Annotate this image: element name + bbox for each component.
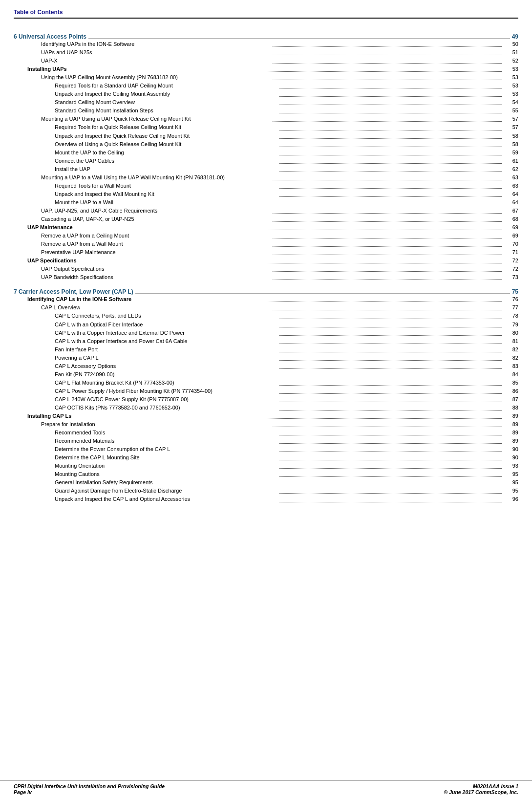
toc-dots (273, 215, 502, 222)
toc-dots (266, 295, 502, 302)
toc-dots (279, 107, 502, 113)
toc-entry-page: 72 (504, 265, 518, 273)
section-title-sec6: 6 Universal Access Points (14, 33, 86, 40)
toc-entry-text: Overview of Using a Quick Release Ceilin… (55, 140, 277, 149)
toc-content: 6 Universal Access Points49Identifying U… (14, 26, 518, 504)
toc-entry-page: 84 (504, 370, 518, 379)
toc-entry: Unpack and Inspect the CAP L and Optiona… (14, 495, 518, 503)
toc-entry: CAP L Overview77 (14, 303, 518, 312)
toc-entry: Fan Kit (PN 7724090-00)84 (14, 370, 518, 379)
toc-entry-page: 89 (504, 412, 518, 420)
toc-entry: Overview of Using a Quick Release Ceilin… (14, 140, 518, 149)
page-header: Table of Contents (14, 9, 518, 19)
toc-entry-text: Unpack and Inspect the Quick Release Cei… (55, 132, 277, 140)
toc-entry: Determine the CAP L Mounting Site90 (14, 453, 518, 462)
toc-entry-page: 82 (504, 354, 518, 362)
toc-entry-page: 53 (504, 73, 518, 82)
toc-dots (279, 312, 502, 319)
toc-dots (273, 248, 502, 255)
toc-entry-text: CAP L Accessory Options (55, 362, 277, 370)
toc-entry: CAP L with an Optical Fiber Interface79 (14, 321, 518, 329)
toc-entry-page: 81 (504, 337, 518, 345)
toc-entry-page: 95 (504, 470, 518, 478)
toc-entry: Mounting Orientation93 (14, 462, 518, 470)
footer-issue: M0201AAA Issue 1 (444, 783, 518, 789)
toc-entry: Remove a UAP from a Ceiling Mount69 (14, 232, 518, 240)
toc-entry-text: CAP L Flat Mounting Bracket Kit (PN 7774… (55, 379, 277, 387)
toc-entry-page: 70 (504, 240, 518, 248)
toc-entry: CAP L with a Copper Interface and Power … (14, 337, 518, 345)
toc-entry-text: Standard Ceiling Mount Installation Step… (55, 107, 277, 115)
toc-entry: Recommended Materials89 (14, 437, 518, 445)
toc-entry: CAP L Connectors, Ports, and LEDs78 (14, 312, 518, 320)
toc-entry: Unpack and Inspect the Wall Mounting Kit… (14, 190, 518, 198)
toc-dots (279, 190, 502, 197)
toc-dots (279, 90, 502, 97)
footer-copyright: © June 2017 CommScope, Inc. (444, 789, 518, 795)
section-heading-sec6: 6 Universal Access Points49 (14, 33, 518, 40)
toc-entry-page: 90 (504, 453, 518, 462)
toc-entry-text: Preventative UAP Maintenance (41, 248, 271, 257)
toc-dots (279, 123, 502, 130)
toc-entry-text: Installing CAP Ls (27, 412, 264, 420)
toc-entry-page: 95 (504, 478, 518, 487)
toc-entry-text: Remove a UAP from a Wall Mount (41, 240, 271, 248)
toc-entry-text: Determine the Power Consumption of the C… (55, 445, 277, 453)
toc-entry: CAP L 240W AC/DC Power Supply Kit (PN 77… (14, 395, 518, 404)
toc-entry: UAP Output Specifications72 (14, 265, 518, 273)
toc-entry-text: Required Tools for a Wall Mount (55, 182, 277, 190)
toc-entry: Remove a UAP from a Wall Mount70 (14, 240, 518, 248)
toc-entry: UAP, UAP-N25, and UAP-X Cable Requiremen… (14, 207, 518, 215)
toc-entry: Connect the UAP Cables61 (14, 157, 518, 165)
toc-dots (279, 370, 502, 377)
toc-entry-text: CAP L with a Copper Interface and Power … (55, 337, 277, 345)
toc-entry-page: 69 (504, 223, 518, 232)
toc-entry-text: Connect the UAP Cables (55, 157, 277, 165)
toc-dots (273, 303, 502, 310)
toc-entry: Installing UAPs53 (14, 65, 518, 73)
toc-entry: UAP Maintenance69 (14, 223, 518, 232)
toc-dots (279, 495, 502, 502)
section-title-dots (135, 293, 510, 294)
toc-dots (279, 379, 502, 386)
toc-entry-text: UAP Output Specifications (41, 265, 271, 273)
toc-entry: Cascading a UAP, UAP-X, or UAP-N2568 (14, 215, 518, 223)
toc-entry-page: 53 (504, 65, 518, 73)
toc-entry-text: UAP Specifications (27, 257, 264, 265)
toc-dots (273, 173, 502, 180)
toc-entry-text: Cascading a UAP, UAP-X, or UAP-N25 (41, 215, 271, 223)
toc-entry: General Installation Safety Requirements… (14, 478, 518, 487)
toc-dots (279, 453, 502, 460)
toc-dots (279, 487, 502, 494)
toc-entry-page: 88 (504, 404, 518, 412)
toc-entry-page: 95 (504, 487, 518, 495)
toc-dots (279, 445, 502, 452)
toc-entry-page: 62 (504, 165, 518, 173)
toc-dots (279, 345, 502, 352)
toc-entry-page: 52 (504, 57, 518, 65)
toc-entry-page: 63 (504, 173, 518, 182)
toc-entry-page: 96 (504, 495, 518, 503)
toc-entry-page: 59 (504, 149, 518, 157)
toc-entry-page: 55 (504, 107, 518, 115)
toc-entry-page: 71 (504, 248, 518, 257)
toc-entry: Guard Against Damage from Electro-Static… (14, 487, 518, 495)
toc-entry-page: 78 (504, 312, 518, 320)
toc-entry-text: Mounting Orientation (55, 462, 277, 470)
toc-entry-text: Fan Kit (PN 7724090-00) (55, 370, 277, 379)
toc-dots (279, 470, 502, 477)
toc-entry: Determine the Power Consumption of the C… (14, 445, 518, 453)
toc-entry-page: 54 (504, 98, 518, 107)
toc-entry-page: 90 (504, 445, 518, 453)
toc-entry-page: 67 (504, 207, 518, 215)
toc-entry: CAP L Flat Mounting Bracket Kit (PN 7774… (14, 379, 518, 387)
toc-entry-page: 83 (504, 362, 518, 370)
section-page-sec6: 49 (512, 33, 518, 40)
footer-right: M0201AAA Issue 1 © June 2017 CommScope, … (444, 783, 518, 795)
toc-entry: CAP OCTIS Kits (PNs 7773582-00 and 77606… (14, 404, 518, 412)
toc-entry-text: CAP L 240W AC/DC Power Supply Kit (PN 77… (55, 395, 277, 404)
section-title-dots (88, 38, 510, 39)
section-page-sec7: 75 (512, 288, 518, 295)
toc-dots (273, 207, 502, 214)
toc-entry: Install the UAP62 (14, 165, 518, 173)
